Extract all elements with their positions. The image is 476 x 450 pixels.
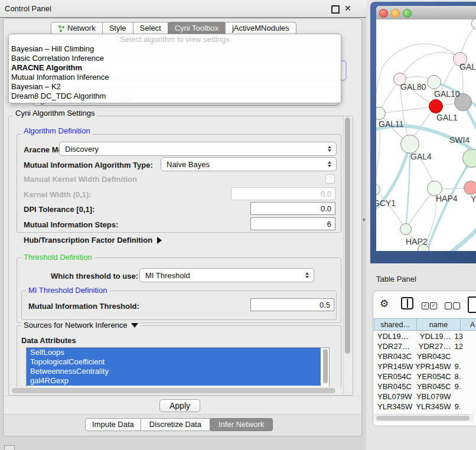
mi-steps-field[interactable]: 6 (250, 217, 335, 230)
cell[interactable]: YDL19… (374, 331, 414, 341)
checkbox-empty-icon[interactable] (453, 302, 460, 309)
columns-icon[interactable] (401, 297, 413, 309)
cell[interactable]: YBR043C (374, 351, 414, 361)
combo-arrows-icon (325, 161, 333, 167)
tab-infer-network[interactable]: Infer Network (210, 418, 273, 431)
column-header-third[interactable]: A (460, 318, 476, 331)
settings-hscrollbar-track[interactable] (9, 387, 341, 394)
cell[interactable]: YPR145W (414, 361, 455, 371)
cell[interactable]: 8. (454, 371, 476, 381)
popup-placeholder: Select algorithm to view settings (9, 35, 341, 44)
column-header-shared-name[interactable]: shared… (374, 318, 417, 331)
cell[interactable]: YER054C (374, 371, 414, 381)
menu-item-aracne[interactable]: ARACNE Algorithm (9, 63, 341, 73)
network-node[interactable] (400, 223, 412, 235)
dpi-tolerance-field[interactable]: 0.0 (250, 202, 335, 215)
list-item[interactable]: SelfLoops (27, 348, 321, 357)
cell[interactable]: YLR345W (374, 402, 414, 412)
mi-type-select[interactable]: Naive Bayes (161, 157, 337, 171)
tab-cyni-toolbox[interactable]: Cyni Toolbox (168, 22, 226, 35)
hub-definition-toggle[interactable]: Hub/Transcription Factor Definition (24, 236, 162, 244)
table-row[interactable]: YPR145WYPR145W9. (374, 361, 476, 371)
table-hscrollbar-track[interactable] (374, 414, 474, 422)
checkbox-empty-icon[interactable] (445, 302, 452, 309)
data-attributes-list[interactable]: SelfLoops TopologicalCoefficient Between… (26, 347, 330, 388)
tab-style[interactable]: Style (102, 22, 133, 35)
aracne-mode-select[interactable]: Discovery (59, 142, 337, 156)
network-node[interactable] (464, 181, 476, 195)
list-item[interactable]: BetweennessCentrality (27, 367, 321, 376)
checkbox-checked-icon[interactable]: ✓ (422, 302, 429, 309)
menu-item-mutual-information[interactable]: Mutual Information Inference (9, 73, 341, 82)
cell[interactable]: 9. (454, 381, 476, 392)
cell[interactable]: YER054C (414, 371, 455, 381)
tab-select[interactable]: Select (133, 22, 168, 35)
gear-icon[interactable]: ⚙ (380, 298, 389, 310)
close-icon[interactable]: ✕ (344, 4, 351, 13)
menu-item-bayesian-hill-climbing[interactable]: Bayesian – Hill Climbing (9, 44, 341, 54)
splitter-arrow-icon[interactable] (363, 218, 366, 221)
sources-toggle[interactable]: Sources for Network Inference (21, 321, 141, 330)
which-threshold-select[interactable]: MI Threshold (139, 268, 314, 282)
list-item[interactable]: gal4RGexp (27, 376, 321, 386)
table-row[interactable]: YBR043CYBR043C (374, 351, 476, 361)
tab-impute-data[interactable]: Impute Data (85, 418, 141, 431)
cell[interactable]: YBL079W (414, 392, 455, 402)
network-canvas[interactable]: GAL GAL80 GAL10 GAL1 GAL11 SWI4 GAL4 GCY… (376, 19, 476, 251)
apply-button[interactable]: Apply (159, 399, 200, 412)
cell[interactable] (454, 392, 476, 402)
list-scrollbar[interactable] (323, 349, 328, 383)
settings-vscrollbar-thumb[interactable] (345, 118, 350, 354)
table-row[interactable]: YLR345WYLR345W9. (374, 402, 476, 412)
cell[interactable]: YDR27… (414, 341, 455, 351)
tab-jactivemnodules[interactable]: jActiveMNodules (225, 22, 296, 35)
settings-hscrollbar-thumb[interactable] (12, 388, 335, 393)
menu-item-basic-correlation[interactable]: Basic Correlation Inference (9, 54, 341, 63)
column-header-name[interactable]: name (416, 318, 461, 331)
kernel-width-field[interactable]: 0.0 (231, 187, 335, 200)
cell[interactable]: YLR345W (414, 402, 455, 412)
table-row[interactable]: YBL079WYBL079W (374, 392, 476, 402)
network-window-titlebar[interactable] (376, 6, 476, 20)
cell[interactable]: YPR145W (374, 361, 414, 371)
float-window-icon[interactable] (331, 5, 340, 14)
cell[interactable]: YBR043C (414, 351, 455, 361)
cell[interactable]: YBL079W (374, 392, 414, 402)
cell[interactable]: YBR045C (414, 381, 455, 392)
node-label: Y (471, 194, 476, 204)
file-icon[interactable] (468, 296, 476, 313)
mi-steps-label: Mutual Information Steps: (24, 220, 118, 229)
close-traffic-light-icon[interactable] (379, 9, 388, 18)
collapsed-panel-stub[interactable] (4, 445, 15, 450)
minimize-traffic-light-icon[interactable] (391, 9, 400, 18)
cell[interactable]: YBR045C (374, 381, 414, 392)
cell[interactable]: 9. (454, 402, 476, 412)
menu-item-dream8[interactable]: Dream8 DC_TDC Algorithm (9, 92, 341, 101)
table-row[interactable]: YDR27…YDR27…12 (374, 341, 476, 351)
table-hscrollbar-thumb[interactable] (376, 416, 470, 420)
node-label: GAL11 (379, 119, 404, 129)
mi-threshold-field[interactable]: 0.5 (250, 298, 334, 311)
cell[interactable]: 13 (454, 331, 476, 341)
zoom-traffic-light-icon[interactable] (403, 9, 412, 18)
settings-vscrollbar-track[interactable] (343, 116, 352, 394)
network-node-selected[interactable] (429, 99, 443, 113)
cell[interactable]: 9. (454, 361, 476, 371)
tab-discretize-data[interactable]: Discretize Data (141, 418, 210, 431)
cell[interactable]: YDR27… (374, 341, 414, 351)
cell[interactable] (454, 351, 476, 361)
menu-item-bayesian-k2[interactable]: Bayesian – K2 (9, 82, 341, 92)
checkbox-checked-icon[interactable]: ✓ (430, 302, 437, 309)
network-node[interactable] (400, 135, 419, 154)
cell[interactable]: YDL19… (414, 331, 455, 341)
network-node[interactable] (427, 75, 441, 89)
network-view-window[interactable]: GAL GAL80 GAL10 GAL1 GAL11 SWI4 GAL4 GCY… (370, 2, 476, 263)
table-row[interactable]: YER054CYER054C8. (374, 371, 476, 381)
table-row[interactable]: YDL19…YDL19…13 (374, 331, 476, 341)
list-item[interactable]: TopologicalCoefficient (27, 357, 321, 367)
table-row[interactable]: YBR045CYBR045C9. (374, 381, 476, 392)
cell[interactable]: 12 (454, 341, 476, 351)
tab-network[interactable]: Network (51, 22, 103, 35)
manual-kernel-checkbox[interactable] (325, 174, 335, 184)
data-attributes-label: Data Attributes (21, 336, 76, 345)
